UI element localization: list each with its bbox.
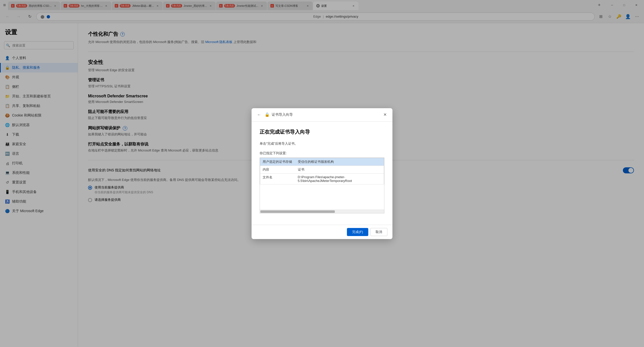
settings-table: 用户选定的证书存储 受信任的根证书颁发机构 内容 证书 文件名 D:\Progr… xyxy=(260,158,384,184)
table-empty-space xyxy=(260,184,384,210)
dialog-footer: 完成(F) 取消 xyxy=(252,225,392,239)
dialog-header: ← 🔒 证书导入向导 ✕ xyxy=(252,108,392,122)
certificate-dialog: ← 🔒 证书导入向导 ✕ 正在完成证书导入向导 单击"完成"后将导入证书。 你已… xyxy=(252,108,392,239)
scrollbar-area xyxy=(260,210,384,213)
dialog-overlay: ← 🔒 证书导入向导 ✕ 正在完成证书导入向导 单击"完成"后将导入证书。 你已… xyxy=(0,0,644,347)
table-row-0: 用户选定的证书存储 受信任的根证书颁发机构 xyxy=(260,158,384,166)
table-row-1: 内容 证书 xyxy=(260,166,384,173)
finish-button[interactable]: 完成(F) xyxy=(347,228,368,236)
table-key-2: 文件名 xyxy=(260,173,295,184)
dialog-title: 证书导入向导 xyxy=(272,112,379,117)
table-key-0: 用户选定的证书存储 xyxy=(260,158,295,166)
dialog-main-title: 正在完成证书导入向导 xyxy=(260,129,384,135)
dialog-back-button[interactable]: ← xyxy=(256,111,263,118)
dialog-desc: 单击"完成"后将导入证书。 xyxy=(260,141,384,146)
dialog-settings-label: 你已指定下列设置: xyxy=(260,151,384,156)
table-row-2: 文件名 D:\Program Files\apache-jmeter-5.5\b… xyxy=(260,173,384,184)
scrollbar-thumb[interactable] xyxy=(260,210,335,213)
table-value-1: 证书 xyxy=(295,166,384,173)
dialog-close-button[interactable]: ✕ xyxy=(381,111,388,118)
browser-window: ⊞ C 5条消息 黑砂的博客-CSD... ✕ C 5条消息 hn_大熊的博客·… xyxy=(0,0,644,347)
settings-table-container: 用户选定的证书存储 受信任的根证书颁发机构 内容 证书 文件名 D:\Progr… xyxy=(260,158,384,213)
dialog-body: 正在完成证书导入向导 单击"完成"后将导入证书。 你已指定下列设置: 用户选定的… xyxy=(252,122,392,225)
table-key-1: 内容 xyxy=(260,166,295,173)
table-value-2: D:\Program Files\apache-jmeter-5.5\bin\A… xyxy=(295,173,384,184)
certificate-icon: 🔒 xyxy=(265,112,270,117)
cancel-button[interactable]: 取消 xyxy=(370,228,387,236)
table-value-0: 受信任的根证书颁发机构 xyxy=(295,158,384,166)
